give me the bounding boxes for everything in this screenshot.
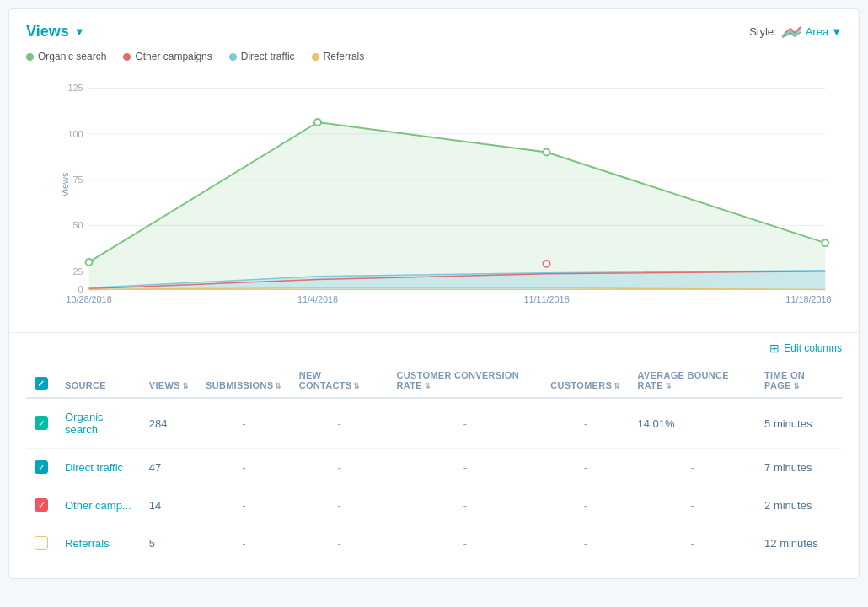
legend-dot-organic	[26, 53, 34, 61]
row-contacts-other: -	[291, 486, 388, 524]
table-section: ⊞ Edit columns ✓ SOURCE VIEWS⇅ SUBMISSIO…	[9, 333, 859, 578]
svg-text:11/18/2018: 11/18/2018	[785, 294, 831, 304]
row-contacts-referrals: -	[291, 524, 388, 562]
svg-text:11/11/2018: 11/11/2018	[523, 294, 569, 304]
checkbox-referrals[interactable]	[35, 536, 48, 550]
row-checkbox-organic[interactable]: ✓	[26, 398, 56, 449]
table-row: ✓ Other camp... 14 - - - - - 2 minutes	[26, 486, 842, 524]
sort-views-icon: ⇅	[182, 382, 189, 390]
svg-text:11/4/2018: 11/4/2018	[297, 294, 338, 304]
chart-legend: Organic search Other campaigns Direct tr…	[26, 51, 842, 62]
svg-text:125: 125	[68, 83, 83, 93]
legend-item-other: Other campaigns	[123, 51, 212, 62]
sort-time-icon: ⇅	[793, 382, 800, 390]
row-submissions-referrals: -	[197, 524, 291, 562]
checkbox-other[interactable]: ✓	[35, 498, 48, 512]
row-ccr-organic: -	[388, 398, 543, 449]
checkbox-organic[interactable]: ✓	[35, 416, 48, 430]
col-views[interactable]: VIEWS⇅	[141, 363, 197, 398]
svg-text:Views: Views	[60, 172, 70, 196]
svg-text:75: 75	[73, 175, 83, 185]
row-submissions-other: -	[197, 486, 291, 524]
svg-text:25: 25	[73, 266, 83, 277]
row-checkbox-direct[interactable]: ✓	[26, 449, 56, 486]
svg-point-15	[314, 119, 321, 126]
legend-item-organic: Organic search	[26, 51, 106, 62]
svg-point-17	[822, 239, 828, 246]
edit-columns-button[interactable]: ⊞ Edit columns	[769, 341, 842, 355]
row-checkbox-other[interactable]: ✓	[26, 486, 56, 524]
col-time[interactable]: TIME ON PAGE⇅	[756, 363, 842, 398]
legend-item-referrals: Referrals	[312, 51, 365, 62]
row-customers-other: -	[542, 486, 629, 524]
main-container: Views ▼ Style: Area ▼	[8, 8, 860, 579]
svg-point-14	[86, 259, 93, 266]
row-contacts-organic: -	[291, 398, 388, 449]
col-source: SOURCE	[56, 363, 141, 398]
row-views-organic: 284	[141, 398, 197, 449]
row-time-direct: 7 minutes	[756, 449, 842, 486]
row-source-referrals[interactable]: Referrals	[56, 524, 141, 562]
row-submissions-organic: -	[197, 398, 291, 449]
legend-dot-other	[123, 53, 131, 61]
col-bounce[interactable]: AVERAGE BOUNCE RATE⇅	[629, 363, 756, 398]
style-value: Area	[806, 25, 828, 38]
table-row: Referrals 5 - - - - - 12 minutes	[26, 524, 842, 562]
legend-dot-referrals	[312, 53, 319, 61]
chart-title-caret-icon: ▼	[74, 25, 85, 38]
row-bounce-referrals: -	[629, 524, 756, 562]
data-table: ✓ SOURCE VIEWS⇅ SUBMISSIONS⇅ NEW CONTACT…	[26, 363, 842, 561]
row-bounce-other: -	[629, 486, 756, 524]
row-checkbox-referrals[interactable]	[26, 524, 56, 562]
legend-item-direct: Direct traffic	[229, 51, 295, 62]
legend-label-referrals: Referrals	[324, 51, 365, 62]
legend-dot-direct	[229, 53, 237, 61]
row-contacts-direct: -	[291, 449, 388, 486]
legend-label-other: Other campaigns	[135, 51, 212, 62]
style-area-icon	[782, 25, 801, 39]
select-all-checkbox[interactable]: ✓	[35, 377, 48, 390]
row-source-other[interactable]: Other camp...	[56, 486, 141, 524]
chart-section: Views ▼ Style: Area ▼	[9, 9, 859, 333]
sort-ccr-icon: ⇅	[424, 382, 431, 390]
chart-area: 125 100 75 50 25 0 Views	[60, 71, 842, 307]
edit-columns-label: Edit columns	[784, 342, 842, 354]
row-ccr-referrals: -	[388, 524, 543, 562]
svg-point-19	[544, 261, 550, 267]
table-row: ✓ Organic search 284 - - - - 14.01% 5 mi…	[26, 398, 842, 449]
sort-contacts-icon: ⇅	[353, 382, 360, 390]
style-control: Style: Area ▼	[749, 25, 842, 39]
chart-title[interactable]: Views ▼	[26, 23, 85, 40]
row-customers-direct: -	[542, 449, 629, 486]
row-source-organic[interactable]: Organic search	[56, 398, 141, 449]
svg-text:100: 100	[68, 129, 83, 139]
col-new-contacts[interactable]: NEW CONTACTS⇅	[291, 363, 388, 398]
chart-title-text: Views	[26, 23, 69, 40]
style-dropdown-caret: ▼	[831, 25, 842, 38]
row-time-organic: 5 minutes	[756, 398, 842, 449]
table-row: ✓ Direct traffic 47 - - - - - 7 minutes	[26, 449, 842, 486]
col-ccr[interactable]: CUSTOMER CONVERSION RATE⇅	[388, 363, 543, 398]
table-actions: ⊞ Edit columns	[26, 341, 842, 355]
row-customers-referrals: -	[542, 524, 629, 562]
col-submissions[interactable]: SUBMISSIONS⇅	[197, 363, 291, 398]
header-checkbox[interactable]: ✓	[26, 363, 56, 398]
row-views-referrals: 5	[141, 524, 197, 562]
row-ccr-direct: -	[388, 449, 543, 486]
row-views-direct: 47	[141, 449, 197, 486]
chart-header: Views ▼ Style: Area ▼	[26, 23, 842, 40]
row-time-referrals: 12 minutes	[756, 524, 842, 562]
edit-columns-icon: ⊞	[769, 341, 780, 355]
row-bounce-direct: -	[629, 449, 756, 486]
row-views-other: 14	[141, 486, 197, 524]
sort-customers-icon: ⇅	[613, 382, 620, 390]
row-source-direct[interactable]: Direct traffic	[56, 449, 141, 486]
style-dropdown[interactable]: Area ▼	[806, 25, 842, 38]
legend-label-direct: Direct traffic	[241, 51, 295, 62]
chart-svg: 125 100 75 50 25 0 Views	[60, 71, 842, 307]
col-customers[interactable]: CUSTOMERS⇅	[542, 363, 629, 398]
style-label: Style:	[749, 25, 777, 38]
sort-bounce-icon: ⇅	[665, 382, 672, 390]
row-ccr-other: -	[388, 486, 543, 524]
checkbox-direct[interactable]: ✓	[35, 460, 48, 474]
